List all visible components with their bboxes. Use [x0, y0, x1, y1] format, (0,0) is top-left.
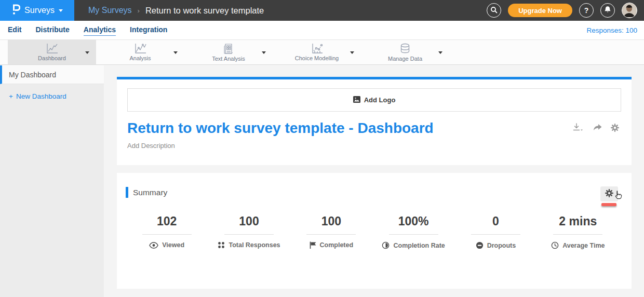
stat-divider	[142, 234, 192, 235]
toolbar-item-analysis[interactable]: Analysis	[96, 40, 184, 64]
breadcrumb: My Surveys › Return to work survey templ…	[88, 6, 264, 16]
stat-label: Average Time	[562, 242, 605, 249]
stat-average-time: 2 mins Average Time	[537, 214, 619, 249]
download-icon[interactable]	[573, 123, 584, 132]
half-circle-icon	[382, 241, 390, 249]
clock-icon	[551, 241, 559, 249]
responses-count: Responses: 100	[586, 26, 637, 34]
dashboard-actions	[573, 123, 619, 132]
sidebar-item-my-dashboard[interactable]: My Dashboard	[0, 65, 104, 84]
hand-cursor-icon	[613, 190, 623, 203]
user-avatar[interactable]	[622, 3, 637, 18]
stat-divider	[471, 234, 520, 235]
topbar-actions: Upgrade Now ?	[487, 3, 644, 18]
stat-value: 100%	[372, 214, 454, 228]
avatar-photo	[622, 3, 636, 17]
toolbar-item-text-analysis[interactable]: Text Analysis	[184, 40, 273, 64]
stat-label: Viewed	[162, 241, 184, 249]
new-dashboard-button[interactable]: + New Dashboard	[9, 92, 104, 100]
toolbar-item-label: Manage Data	[388, 56, 422, 62]
add-logo-button[interactable]: Add Logo	[127, 88, 621, 112]
summary-card: Summary	[117, 173, 632, 289]
stat-value: 100	[208, 214, 290, 228]
breadcrumb-separator: ›	[138, 7, 140, 15]
chevron-down-icon[interactable]	[350, 51, 354, 54]
share-icon[interactable]	[593, 124, 602, 131]
main-content: Add Logo Return to work survey template …	[104, 65, 644, 297]
plus-icon: +	[9, 92, 13, 100]
stat-value: 100	[290, 214, 372, 228]
breadcrumb-my-surveys[interactable]: My Surveys	[88, 6, 132, 15]
grid-dots-icon	[218, 241, 225, 249]
stat-label: Total Responses	[229, 241, 280, 249]
analysis-chart-icon	[134, 43, 146, 54]
breadcrumb-current: Return to work survey template	[145, 6, 264, 16]
flag-icon	[310, 241, 316, 249]
dashboard-title[interactable]: Return to work survey template - Dashboa…	[127, 120, 621, 137]
dashboard-sidebar: My Dashboard + New Dashboard	[0, 65, 104, 297]
toolbar-item-label: Dashboard	[38, 55, 66, 61]
chevron-down-icon[interactable]	[438, 51, 442, 54]
toolbar-item-choice-modelling[interactable]: Choice Modelling	[273, 40, 361, 64]
tab-integration[interactable]: Integration	[130, 24, 167, 36]
help-button[interactable]: ?	[579, 3, 594, 18]
chevron-down-icon	[59, 9, 63, 12]
database-icon	[399, 43, 411, 55]
search-button[interactable]	[487, 3, 501, 18]
top-bar: Surveys My Surveys › Return to work surv…	[0, 0, 644, 21]
stat-value: 2 mins	[537, 214, 619, 228]
notifications-button[interactable]	[600, 3, 615, 18]
chevron-down-icon[interactable]	[173, 51, 178, 54]
stat-value: 0	[454, 214, 536, 228]
stat-label: Dropouts	[487, 242, 516, 249]
section-accent-marker	[126, 187, 128, 198]
sidebar-item-label: My Dashboard	[9, 71, 56, 79]
toolbar-item-label: Analysis	[130, 55, 151, 61]
analytics-toolbar: Dashboard Analysis Text	[0, 40, 644, 65]
dashboard-chart-icon	[46, 43, 58, 54]
product-name: Surveys	[24, 6, 55, 15]
tab-distribute[interactable]: Distribute	[35, 24, 69, 36]
new-dashboard-label: New Dashboard	[16, 92, 66, 100]
summary-settings-button[interactable]	[600, 186, 618, 201]
questionpro-logo-icon	[11, 4, 20, 17]
click-annotation-marker	[601, 203, 616, 206]
toolbar-item-dashboard[interactable]: Dashboard	[8, 40, 96, 64]
stat-viewed: 102 Viewed	[126, 214, 208, 249]
stat-completed: 100 Completed	[290, 214, 372, 249]
eye-icon	[149, 242, 158, 249]
image-icon	[353, 96, 360, 104]
tab-analytics[interactable]: Analytics	[84, 24, 116, 36]
toolbar-item-label: Choice Modelling	[295, 55, 339, 61]
stat-divider	[553, 234, 602, 235]
text-analysis-icon	[223, 43, 234, 55]
summary-heading: Summary	[133, 188, 167, 197]
dashboard-header-card: Add Logo Return to work survey template …	[117, 79, 632, 165]
toolbar-item-label: Text Analysis	[212, 56, 245, 62]
choice-modelling-icon	[311, 43, 323, 54]
toolbar-item-manage-data[interactable]: Manage Data	[361, 40, 449, 64]
stat-divider	[306, 234, 356, 235]
search-icon	[490, 6, 498, 15]
stat-label: Completed	[320, 241, 354, 249]
stat-divider	[389, 234, 438, 235]
stat-divider	[224, 234, 274, 235]
card-gap	[117, 165, 632, 173]
product-switcher[interactable]: Surveys	[0, 0, 74, 21]
minus-circle-icon	[476, 241, 484, 249]
gear-icon[interactable]	[611, 124, 619, 132]
gear-icon	[605, 189, 613, 199]
tabs: Edit Distribute Analytics Integration	[8, 24, 167, 36]
stat-value: 102	[126, 214, 208, 228]
stat-dropouts: 0 Dropouts	[454, 214, 536, 249]
tab-edit[interactable]: Edit	[8, 24, 21, 36]
chevron-down-icon[interactable]	[85, 51, 89, 54]
upgrade-now-button[interactable]: Upgrade Now	[508, 4, 572, 17]
chevron-down-icon[interactable]	[262, 51, 266, 54]
question-mark-icon: ?	[584, 6, 589, 15]
summary-stats: 102 Viewed 100	[126, 214, 619, 249]
summary-header: Summary	[126, 187, 619, 198]
add-description-placeholder[interactable]: Add Description	[127, 142, 621, 150]
stat-total-responses: 100 Total Responses	[208, 214, 290, 249]
survey-tab-bar: Edit Distribute Analytics Integration Re…	[0, 21, 644, 40]
